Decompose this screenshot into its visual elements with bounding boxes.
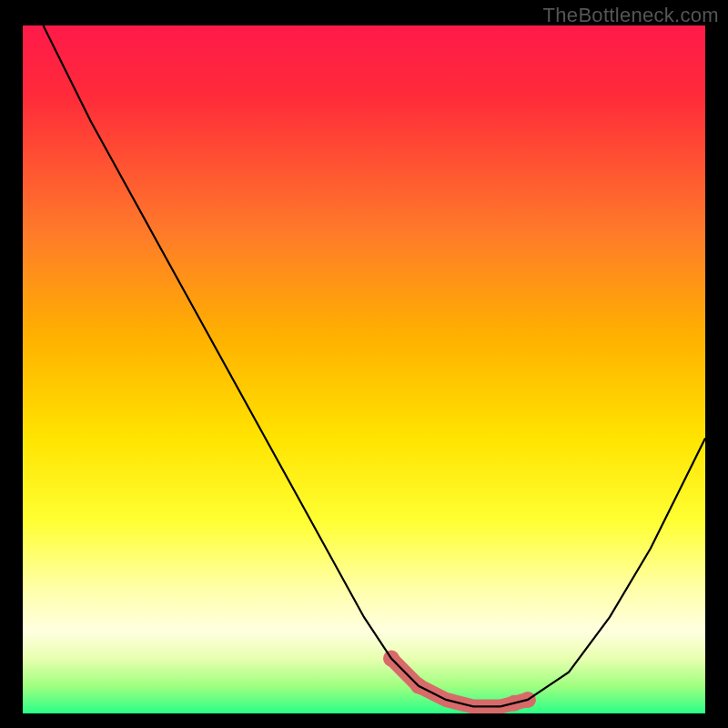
gradient-background	[23, 25, 705, 713]
bottleneck-plot-svg	[23, 25, 705, 713]
watermark-text: TheBottleneck.com	[543, 4, 719, 27]
plot-area	[23, 25, 705, 713]
chart-container: TheBottleneck.com	[0, 0, 728, 728]
